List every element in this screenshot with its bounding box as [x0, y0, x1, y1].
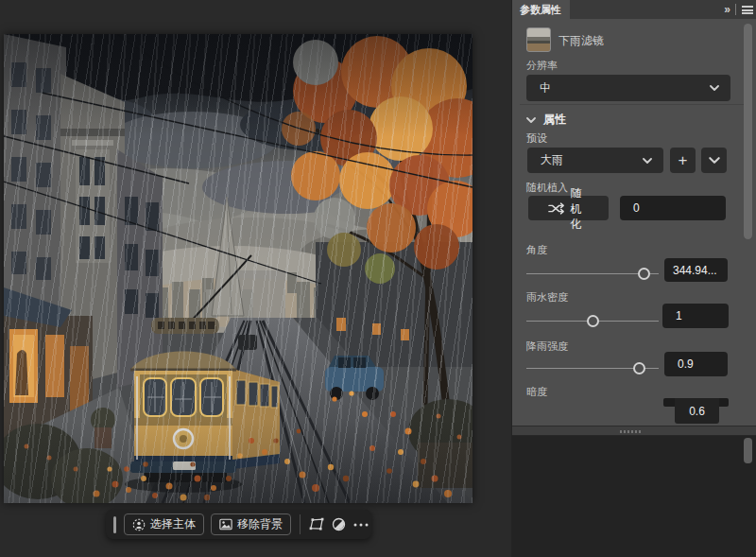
- shuffle-icon: [548, 202, 565, 215]
- remove-background-button[interactable]: 移除背景: [211, 513, 291, 535]
- rain-intensity-slider-handle[interactable]: [633, 362, 645, 374]
- more-options-icon: [353, 523, 369, 527]
- chevron-down-icon: [710, 85, 719, 91]
- transform-button[interactable]: [306, 513, 328, 536]
- random-seed-label: 随机植入: [526, 181, 568, 195]
- angle-slider-handle[interactable]: [638, 268, 650, 280]
- adjustments-button[interactable]: [328, 513, 350, 536]
- select-subject-label: 选择主体: [150, 516, 196, 532]
- select-subject-button[interactable]: 选择主体: [124, 513, 204, 535]
- random-seed-value[interactable]: 0: [620, 196, 726, 220]
- photoshop-window: 选择主体 移除背景: [0, 0, 756, 557]
- randomize-button-label: 随机化: [570, 185, 582, 233]
- randomize-button[interactable]: 随机化: [528, 196, 609, 220]
- contextual-taskbar: 选择主体 移除背景: [106, 510, 371, 539]
- rain-density-slider-handle[interactable]: [587, 315, 599, 327]
- remove-background-label: 移除背景: [237, 516, 283, 532]
- preset-more-button[interactable]: [701, 148, 727, 173]
- darkness-label: 暗度: [526, 385, 547, 399]
- resolution-value: 中: [540, 80, 710, 96]
- panel-scrollbar-thumb[interactable]: [744, 24, 752, 239]
- angle-slider[interactable]: [526, 268, 659, 280]
- plus-icon: +: [679, 152, 688, 168]
- properties-panel: 参数属性 » 下雨滤镜 分辨率 中 属性 预设 大雨: [511, 0, 756, 557]
- filter-name: 下雨滤镜: [558, 33, 604, 49]
- collapse-panel-icon[interactable]: »: [724, 4, 730, 15]
- select-subject-icon: [132, 518, 146, 531]
- tabbar-separator: [735, 4, 736, 15]
- darkness-value[interactable]: 0.6: [675, 398, 719, 424]
- chevron-down-icon: [643, 158, 652, 164]
- angle-label: 角度: [526, 243, 547, 257]
- preset-value: 大雨: [541, 152, 643, 168]
- panel-resize-handle[interactable]: [512, 426, 756, 436]
- rain-intensity-label: 降雨强度: [526, 339, 568, 354]
- chevron-down-icon: [709, 157, 720, 164]
- panel-tab-bar: 参数属性 »: [512, 0, 756, 19]
- canvas-area: 选择主体 移除背景: [0, 0, 511, 557]
- lower-panel: [512, 436, 756, 557]
- tab-parameter-properties[interactable]: 参数属性: [512, 0, 570, 19]
- remove-background-icon: [219, 518, 232, 531]
- angle-value[interactable]: 344.94...: [664, 258, 728, 282]
- artwork-image[interactable]: [4, 34, 472, 503]
- chevron-down-icon: [526, 117, 536, 123]
- rain-density-label: 雨水密度: [526, 290, 568, 305]
- artwork-svg: [4, 34, 472, 503]
- rain-density-slider[interactable]: [526, 315, 659, 327]
- adjustment-half-circle-icon: [332, 517, 346, 531]
- rain-density-value[interactable]: 1: [662, 304, 729, 328]
- panel-body: 下雨滤镜 分辨率 中 属性 预设 大雨 + 随机植入: [512, 19, 756, 426]
- properties-section-header[interactable]: 属性: [526, 112, 566, 128]
- properties-section-title: 属性: [543, 112, 566, 128]
- lower-panel-scrollbar-thumb[interactable]: [744, 438, 752, 463]
- resolution-select[interactable]: 中: [526, 75, 730, 101]
- rain-intensity-value[interactable]: 0.9: [664, 352, 728, 376]
- resolution-label: 分辨率: [526, 59, 558, 73]
- rain-intensity-slider[interactable]: [526, 362, 659, 374]
- taskbar-divider: [300, 514, 301, 534]
- panel-menu-icon[interactable]: [742, 6, 753, 14]
- preset-select[interactable]: 大雨: [527, 148, 663, 173]
- section-divider: [520, 104, 749, 105]
- more-options-button[interactable]: [350, 513, 371, 536]
- filter-thumbnail: [526, 27, 551, 52]
- transform-icon: [309, 517, 325, 531]
- add-preset-button[interactable]: +: [670, 148, 696, 173]
- taskbar-drag-handle[interactable]: [113, 516, 116, 533]
- preset-label: 预设: [526, 131, 547, 146]
